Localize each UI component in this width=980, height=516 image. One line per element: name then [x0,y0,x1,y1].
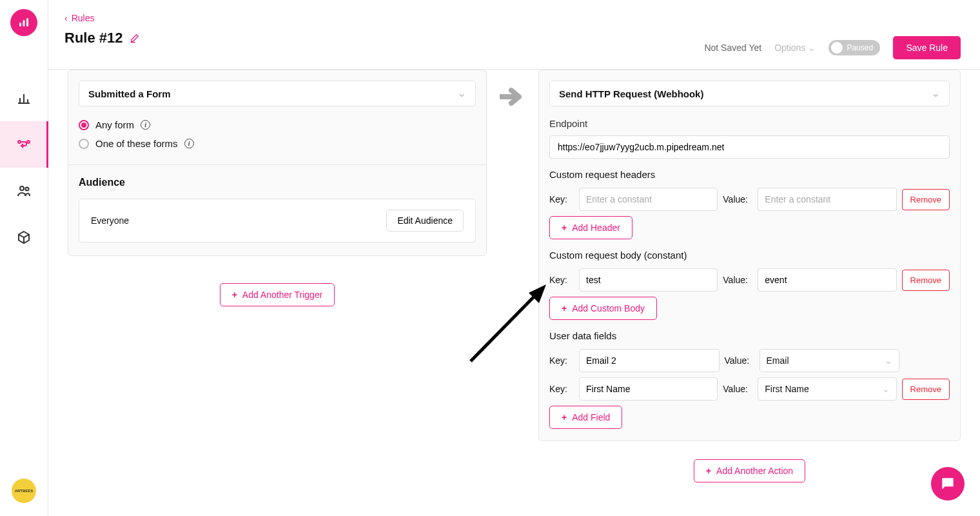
form-scope-radios: Any form i One of these forms i [68,115,486,164]
flow-icon [16,137,32,152]
value-label: Value: [723,275,752,285]
arrow-right-icon [500,88,525,106]
plus-icon: + [562,412,567,422]
chevron-left-icon: ‹ [64,13,68,23]
remove-field-button[interactable]: Remove [902,379,950,400]
svg-point-9 [20,186,24,190]
chat-button[interactable] [931,467,965,501]
chat-icon [939,475,956,492]
endpoint-label: Endpoint [549,118,950,129]
field-value: First Name [765,384,808,394]
chart-icon [16,90,32,106]
people-icon [16,183,32,199]
endpoint-input[interactable] [549,135,950,159]
options-dropdown[interactable]: Options ⌄ [774,43,816,53]
radio-one-label: One of these forms [95,138,178,149]
add-body-button[interactable]: + Add Custom Body [549,297,657,320]
add-header-button[interactable]: + Add Header [549,216,632,239]
radio-one-of-forms[interactable]: One of these forms i [79,134,476,153]
svg-point-10 [26,188,29,191]
header-value-input[interactable] [758,188,896,211]
nav-analytics[interactable] [0,75,48,121]
field-value: Email [767,355,789,366]
key-label: Key: [549,355,574,366]
nav-people[interactable] [0,168,48,214]
page-title: Rule #12 [64,30,123,46]
radio-any-form[interactable]: Any form i [79,115,476,134]
user-fields-title: User data fields [549,330,950,341]
not-saved-label: Not Saved Yet [704,43,761,53]
svg-rect-2 [26,18,28,26]
chevron-down-icon: ⌄ [932,88,940,99]
info-icon[interactable]: i [141,120,150,130]
options-label: Options [774,43,805,53]
paused-toggle[interactable]: Paused [828,40,880,55]
brand-badge[interactable]: ARTBEES [12,479,36,503]
field-value-select[interactable]: Email ⌄ [760,349,900,372]
body-value-input[interactable] [758,268,896,292]
svg-rect-0 [19,23,21,26]
add-another-trigger-button[interactable]: + Add Another Trigger [220,283,335,306]
edit-audience-button[interactable]: Edit Audience [386,210,464,232]
action-type-select[interactable]: Send HTTP Request (Webhook) ⌄ [549,81,950,106]
action-panel: Send HTTP Request (Webhook) ⌄ Endpoint C… [538,70,961,441]
header-key-input[interactable] [579,188,718,211]
box-icon [16,230,32,245]
breadcrumb[interactable]: ‹ Rules [64,13,961,23]
field-value-select[interactable]: First Name ⌄ [758,377,896,401]
trigger-panel: Submitted a Form ⌄ Any form i One of the… [68,70,487,256]
svg-rect-1 [23,20,25,26]
trigger-type-select[interactable]: Submitted a Form ⌄ [79,81,476,106]
headers-title: Custom request headers [549,169,950,180]
logo[interactable] [10,9,37,36]
arrow-column [500,70,525,106]
info-icon[interactable]: i [184,139,194,148]
key-label: Key: [549,275,574,285]
trigger-type-value: Submitted a Form [88,88,171,99]
audience-title: Audience [79,177,476,188]
add-another-action-button[interactable]: + Add Another Action [694,459,805,482]
field-key-input[interactable] [579,377,718,401]
brand-badge-label: ARTBEES [15,489,34,493]
add-field-button[interactable]: + Add Field [549,406,622,429]
add-trigger-label: Add Another Trigger [242,290,323,300]
radio-icon [79,120,89,130]
remove-body-button[interactable]: Remove [902,270,950,291]
nav-box[interactable] [0,214,48,261]
user-field-row: Key: Value: First Name ⌄ Remove [549,377,950,401]
value-label: Value: [723,384,752,394]
add-header-label: Add Header [572,223,620,233]
trigger-column: Submitted a Form ⌄ Any form i One of the… [68,70,487,306]
body-title: Custom request body (constant) [549,250,950,261]
header: ‹ Rules Rule #12 Not Saved Yet Options ⌄… [48,0,980,70]
header-right: Not Saved Yet Options ⌄ Paused Save Rule [704,36,961,59]
plus-icon: + [706,466,711,476]
edit-icon[interactable] [130,33,140,43]
action-type-value: Send HTTP Request (Webhook) [559,88,703,99]
field-key-input[interactable] [579,349,720,372]
save-rule-button[interactable]: Save Rule [893,36,961,59]
chevron-down-icon: ⌄ [882,384,890,394]
remove-header-button[interactable]: Remove [902,189,950,210]
svg-point-7 [18,141,21,143]
user-field-row: Key: Value: Email ⌄ [549,349,950,372]
audience-section: Audience Everyone Edit Audience [68,165,486,255]
plus-icon: + [232,290,237,300]
plus-icon: + [562,223,567,233]
toggle-label: Paused [847,43,873,52]
body-row: Key: Value: Remove [549,268,950,292]
add-action-label: Add Another Action [716,466,793,476]
key-label: Key: [549,384,574,394]
chevron-down-icon: ⌄ [885,355,892,366]
value-label: Value: [725,355,754,366]
audience-box: Everyone Edit Audience [79,199,476,243]
nav-rules[interactable] [0,121,48,168]
chevron-down-icon: ⌄ [808,43,816,53]
toggle-knob [831,42,843,54]
body-key-input[interactable] [579,268,718,292]
bars-icon [16,15,32,30]
add-field-label: Add Field [572,412,610,422]
svg-point-8 [27,141,30,143]
add-body-label: Add Custom Body [572,303,645,313]
value-label: Value: [723,194,752,204]
